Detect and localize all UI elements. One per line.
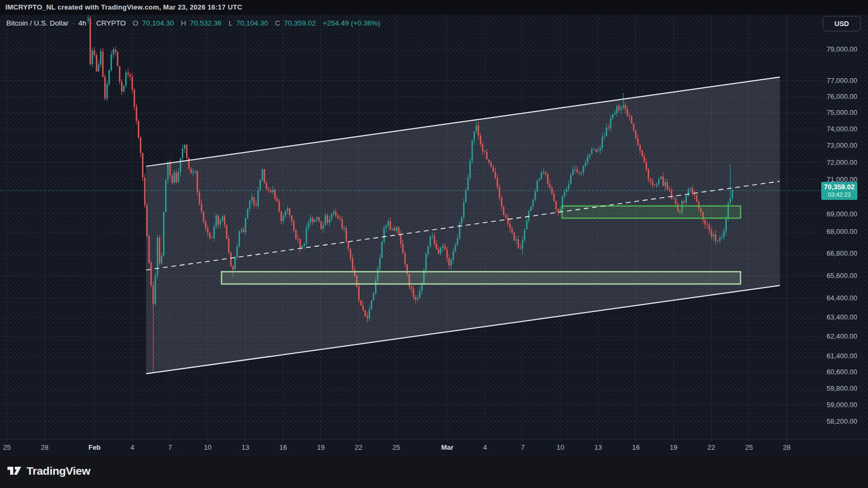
time-tick-label: 19	[670, 443, 677, 451]
time-tick-label: Mar	[441, 443, 453, 451]
close-prefix: C	[275, 19, 280, 27]
time-tick-label: 13	[242, 443, 249, 451]
close-value: 70,359.02	[284, 19, 316, 27]
time-tick-label: 28	[41, 443, 48, 451]
currency-toggle-button[interactable]: USD	[823, 16, 861, 31]
price-tick-label: 59,000.00	[827, 401, 857, 409]
high-prefix: H	[181, 19, 186, 27]
price-tick-label: 66,800.00	[827, 249, 857, 257]
tradingview-wordmark: TradingView	[27, 465, 90, 477]
change-value: +254.49 (+0.36%)	[323, 19, 380, 27]
last-price-label: 70,359.02 03:42:23	[821, 182, 857, 200]
time-tick-label: Feb	[88, 443, 100, 451]
low-value: 70,104.30	[236, 19, 268, 27]
candlestick-chart[interactable]	[0, 0, 868, 488]
watermark-bar: IMCRYPTO_NL created with TradingView.com…	[0, 0, 868, 15]
open-prefix: O	[133, 19, 139, 27]
price-tick-label: 72,000.00	[827, 158, 857, 166]
price-tick-label: 73,000.00	[827, 141, 857, 149]
time-tick-label: 13	[594, 443, 602, 451]
price-tick-label: 68,000.00	[827, 228, 857, 235]
legend-separator: ·	[90, 19, 93, 27]
price-tick-label: 65,600.00	[827, 272, 857, 280]
price-tick-label: 76,000.00	[827, 92, 857, 100]
price-tick-label: 64,400.00	[827, 294, 857, 302]
time-tick-label: 7	[521, 443, 524, 451]
interval-label[interactable]: 4h	[79, 19, 87, 27]
tradingview-chart-window: IMCRYPTO_NL created with TradingView.com…	[0, 0, 868, 488]
time-tick-label: 4	[483, 443, 487, 451]
time-tick-label: 28	[783, 443, 790, 451]
price-tick-label: 61,400.00	[827, 352, 857, 360]
exchange-label[interactable]: CRYPTO	[96, 19, 126, 27]
tradingview-logo[interactable]: TradingView	[7, 465, 90, 477]
price-tick-label: 63,400.00	[827, 313, 857, 321]
time-tick-label: 10	[557, 443, 564, 451]
price-tick-label: 58,200.00	[827, 417, 857, 425]
price-tick-label: 69,000.00	[827, 210, 857, 218]
price-tick-label: 60,600.00	[827, 368, 857, 376]
price-tick-label: 62,400.00	[827, 332, 857, 340]
time-tick-label: 19	[317, 443, 325, 451]
low-prefix: L	[228, 19, 233, 27]
high-value: 70,532.36	[190, 19, 222, 27]
time-tick-label: 22	[708, 443, 715, 451]
time-tick-label: 16	[632, 443, 640, 451]
time-tick-label: 25	[3, 443, 11, 451]
time-tick-label: 10	[204, 443, 211, 451]
time-tick-label: 25	[745, 443, 753, 451]
tradingview-icon	[7, 465, 22, 477]
time-tick-label: 4	[130, 443, 134, 451]
time-tick-label: 16	[279, 443, 287, 451]
time-tick-label: 7	[168, 443, 172, 451]
price-tick-label: 74,000.00	[827, 125, 857, 133]
countdown-timer: 03:42:23	[821, 191, 857, 198]
time-tick-label: 25	[393, 443, 400, 451]
time-tick-label: 22	[355, 443, 362, 451]
price-tick-label: 79,000.00	[827, 45, 857, 53]
open-value: 70,104.30	[142, 19, 174, 27]
price-tick-label: 75,000.00	[827, 108, 857, 116]
symbol-legend[interactable]: Bitcoin / U.S. Dollar · 4h · CRYPTO O70,…	[6, 19, 380, 27]
price-tick-label: 77,000.00	[827, 77, 857, 85]
symbol-name[interactable]: Bitcoin / U.S. Dollar	[6, 19, 69, 27]
watermark-text: IMCRYPTO_NL created with TradingView.com…	[5, 3, 242, 11]
footer-bar: TradingView	[0, 456, 868, 488]
last-price-value: 70,359.02	[821, 183, 857, 191]
price-tick-label: 59,800.00	[827, 384, 857, 392]
legend-separator: ·	[72, 19, 75, 27]
